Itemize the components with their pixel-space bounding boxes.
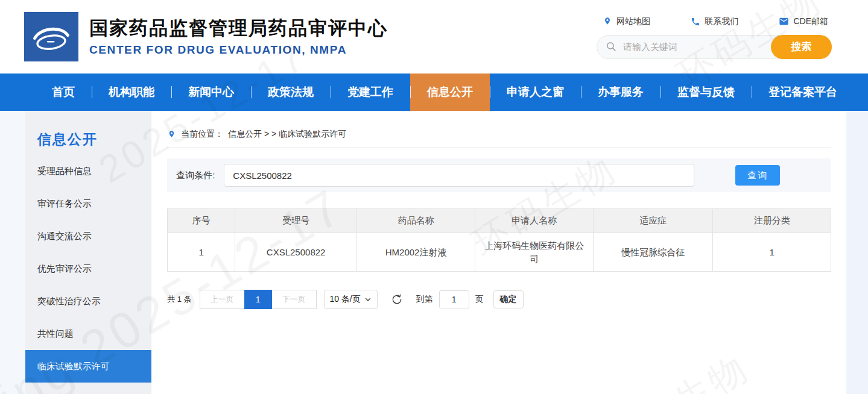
col-header-seq: 序号 xyxy=(168,209,235,233)
nav-item-functions[interactable]: 机构职能 xyxy=(92,73,171,111)
query-condition-input[interactable] xyxy=(224,164,694,187)
cde-logo xyxy=(24,12,78,61)
sidebar-item-communication[interactable]: 沟通交流公示 xyxy=(25,220,151,252)
sitemap-link-label: 网站地图 xyxy=(616,16,650,27)
next-page-button[interactable]: 下一页 xyxy=(271,290,317,309)
breadcrumb-label: 当前位置： xyxy=(181,129,223,140)
content: 信息公开 受理品种信息 审评任务公示 沟通交流公示 优先审评公示 突破性治疗公示… xyxy=(0,111,868,394)
phone-icon xyxy=(691,17,700,27)
col-header-acceptance-no: 受理号 xyxy=(235,209,357,233)
search-button[interactable]: 搜索 xyxy=(771,35,832,59)
goto-page-label: 到第 xyxy=(416,294,433,305)
header-right: 网站地图 联系我们 CDE邮箱 xyxy=(597,15,832,59)
header: 国家药品监督管理局药品审评中心 CENTER FOR DRUG EVALUATI… xyxy=(0,0,868,73)
cell-indication: 慢性冠脉综合征 xyxy=(594,233,713,272)
query-panel: 查询条件: 查询 xyxy=(167,158,831,192)
contact-link[interactable]: 联系我们 xyxy=(691,16,738,27)
confirm-button[interactable]: 确定 xyxy=(493,290,524,308)
table-header-row: 序号 受理号 药品名称 申请人名称 适应症 注册分类 xyxy=(168,209,831,233)
page-size-value: 10 条/页 xyxy=(329,294,360,305)
sidebar-item-accepted-varieties[interactable]: 受理品种信息 xyxy=(25,155,151,187)
cde-mail-link-label: CDE邮箱 xyxy=(793,16,828,27)
sitemap-link[interactable]: 网站地图 xyxy=(603,16,650,27)
cde-logo-swoosh-icon xyxy=(28,16,74,57)
sidebar-title: 信息公开 xyxy=(25,111,151,155)
total-count-label: 共 1 条 xyxy=(167,294,191,305)
prev-page-button[interactable]: 上一页 xyxy=(200,290,245,309)
location-pin-icon xyxy=(167,130,176,139)
site-subtitle: CENTER FOR DRUG EVALUATION, NMPA xyxy=(89,43,388,57)
cde-mail-link[interactable]: CDE邮箱 xyxy=(779,16,828,27)
sidebar-item-breakthrough-therapy[interactable]: 突破性治疗公示 xyxy=(25,285,151,317)
quick-links: 网站地图 联系我们 CDE邮箱 xyxy=(597,16,832,27)
keyword-search-input[interactable] xyxy=(623,36,762,58)
breadcrumb-path: 信息公开 > > 临床试验默示许可 xyxy=(228,129,346,140)
sidebar: 信息公开 受理品种信息 审评任务公示 沟通交流公示 优先审评公示 突破性治疗公示… xyxy=(25,111,151,394)
cell-acceptance-no: CXSL2500822 xyxy=(235,233,357,272)
breadcrumb: 当前位置：信息公开 > > 临床试验默示许可 xyxy=(167,129,831,148)
nav-item-supervision[interactable]: 监督与反馈 xyxy=(661,73,752,111)
goto-page-input[interactable] xyxy=(439,290,469,308)
nav-item-info-disclosure[interactable]: 信息公开 xyxy=(410,73,490,111)
right-gutter xyxy=(846,111,868,394)
contact-link-label: 联系我们 xyxy=(705,16,738,27)
col-header-drug-name: 药品名称 xyxy=(357,209,475,233)
goto-page-suffix: 页 xyxy=(475,294,484,305)
table-row: 1 CXSL2500822 HM2002注射液 上海环码生物医药有限公司 慢性冠… xyxy=(168,233,831,272)
pager-group: 上一页 1 下一页 xyxy=(200,290,317,309)
page: 国家药品监督管理局药品审评中心 CENTER FOR DRUG EVALUATI… xyxy=(0,0,868,394)
sidebar-item-common-questions[interactable]: 共性问题 xyxy=(25,317,151,350)
nav-item-news[interactable]: 新闻中心 xyxy=(171,73,251,111)
site-title: 国家药品监督管理局药品审评中心 xyxy=(89,17,388,39)
results-table: 序号 受理号 药品名称 申请人名称 适应症 注册分类 1 CXSL2500822… xyxy=(167,208,831,272)
main-panel: 当前位置：信息公开 > > 临床试验默示许可 查询条件: 查询 序号 受理号 药… xyxy=(151,111,846,394)
site-title-block: 国家药品监督管理局药品审评中心 CENTER FOR DRUG EVALUATI… xyxy=(89,17,388,56)
refresh-button[interactable] xyxy=(391,293,403,305)
pagination: 共 1 条 上一页 1 下一页 10 条/页 xyxy=(167,290,831,309)
nav-item-home[interactable]: 首页 xyxy=(35,73,92,111)
query-condition-label: 查询条件: xyxy=(176,170,215,181)
sidebar-item-priority-review[interactable]: 优先审评公示 xyxy=(25,252,151,285)
cell-seq: 1 xyxy=(168,233,235,272)
page-size-select[interactable]: 10 条/页 xyxy=(324,290,378,309)
cell-drug-name: HM2002注射液 xyxy=(357,233,475,272)
sidebar-item-clinical-trial-implied-license[interactable]: 临床试验默示许可 xyxy=(25,350,151,383)
header-search: 搜索 xyxy=(597,35,832,59)
query-button[interactable]: 查询 xyxy=(735,165,780,186)
location-pin-icon xyxy=(603,17,612,27)
envelope-icon xyxy=(779,16,789,27)
search-icon xyxy=(606,41,617,52)
cell-applicant: 上海环码生物医药有限公司 xyxy=(475,233,594,272)
nav-item-policy[interactable]: 政策法规 xyxy=(251,73,331,111)
left-gutter xyxy=(0,111,25,394)
nav-item-registration-platform[interactable]: 登记备案平台 xyxy=(752,73,854,111)
nav-item-services[interactable]: 办事服务 xyxy=(581,73,661,111)
col-header-registration-class: 注册分类 xyxy=(713,209,831,233)
col-header-applicant: 申请人名称 xyxy=(475,209,594,233)
nav-item-party[interactable]: 党建工作 xyxy=(331,73,410,111)
sidebar-item-review-tasks[interactable]: 审评任务公示 xyxy=(25,187,151,220)
chevron-down-icon xyxy=(364,296,372,303)
nav-item-applicant-window[interactable]: 申请人之窗 xyxy=(490,73,581,111)
cell-registration-class: 1 xyxy=(713,233,831,272)
refresh-icon xyxy=(391,293,403,305)
main-nav: 首页 机构职能 新闻中心 政策法规 党建工作 信息公开 申请人之窗 办事服务 监… xyxy=(0,73,868,111)
page-1-button[interactable]: 1 xyxy=(244,290,272,309)
col-header-indication: 适应症 xyxy=(594,209,713,233)
